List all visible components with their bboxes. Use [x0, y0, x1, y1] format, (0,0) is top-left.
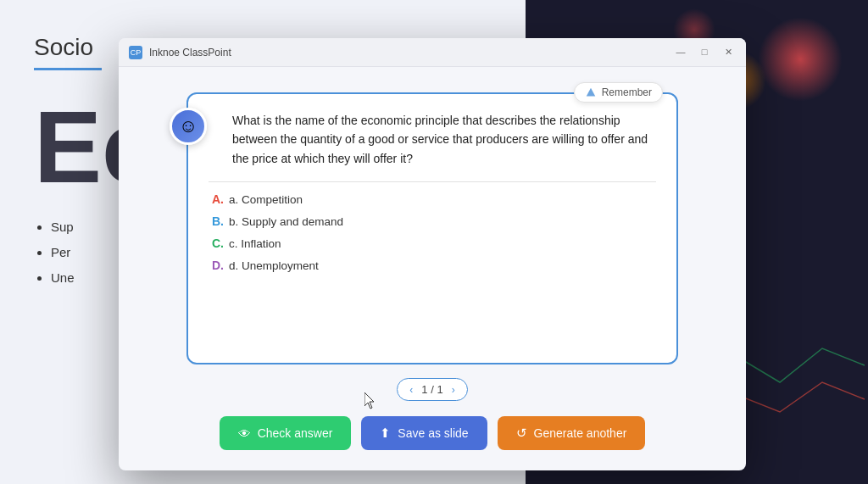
avatar-face: ☺	[179, 115, 198, 137]
option-a: A. a. Competition	[212, 192, 656, 206]
triangle-icon	[585, 86, 597, 98]
option-b: B. b. Supply and demand	[212, 214, 656, 228]
maximize-button[interactable]: □	[697, 47, 712, 57]
question-text: What is the name of the economic princip…	[232, 111, 656, 168]
window-body: Remember ☺ What is the name of the econo…	[119, 67, 746, 470]
option-b-letter: B.	[212, 214, 224, 228]
avatar: ☺	[170, 108, 207, 145]
app-icon: CP	[129, 46, 142, 59]
next-arrow[interactable]: ›	[452, 384, 455, 396]
classpoint-window: CP Inknoe ClassPoint — □ ✕ Remember ☺ Wh…	[119, 38, 746, 470]
option-d-letter: D.	[212, 259, 224, 272]
pagination: ‹ 1 / 1 ›	[397, 378, 467, 401]
question-card: Remember ☺ What is the name of the econo…	[186, 92, 678, 364]
minimize-button[interactable]: —	[673, 47, 688, 57]
window-title: Inknoe ClassPoint	[149, 47, 673, 58]
bottom-buttons: 👁 Check answer ⬆ Save as slide ↺ Generat…	[220, 416, 646, 453]
option-c-letter: C.	[212, 236, 224, 250]
option-c: C. c. Inflation	[212, 236, 656, 250]
svg-marker-7	[586, 88, 595, 97]
options-list: A. a. Competition B. b. Supply and deman…	[212, 192, 656, 272]
prev-arrow[interactable]: ‹	[409, 384, 413, 396]
check-answer-button[interactable]: 👁 Check answer	[220, 416, 352, 450]
window-controls: — □ ✕	[673, 47, 736, 57]
remember-label: Remember	[602, 86, 652, 98]
close-button[interactable]: ✕	[721, 47, 736, 57]
save-as-slide-button[interactable]: ⬆ Save as slide	[361, 416, 487, 450]
option-a-letter: A.	[212, 192, 224, 206]
generate-another-button[interactable]: ↺ Generate another	[498, 416, 646, 450]
window-titlebar: CP Inknoe ClassPoint — □ ✕	[119, 38, 746, 67]
generate-another-label: Generate another	[534, 426, 627, 440]
option-c-text: c. Inflation	[229, 237, 281, 250]
upload-icon: ⬆	[380, 426, 391, 441]
bokeh-circle-red	[758, 17, 843, 102]
slide-title-underline	[34, 68, 102, 70]
option-d-text: d. Unemployment	[229, 259, 319, 272]
refresh-icon: ↺	[516, 426, 527, 441]
option-a-text: a. Competition	[229, 193, 303, 206]
check-answer-label: Check answer	[258, 426, 333, 440]
option-b-text: b. Supply and demand	[229, 215, 343, 228]
option-d: D. d. Unemployment	[212, 259, 656, 272]
question-divider	[209, 181, 656, 182]
page-indicator: 1 / 1	[421, 383, 442, 396]
eye-icon: 👁	[238, 426, 251, 441]
remember-badge: Remember	[574, 82, 663, 103]
page-pill: ‹ 1 / 1 ›	[397, 378, 467, 401]
save-as-slide-label: Save as slide	[398, 426, 468, 440]
